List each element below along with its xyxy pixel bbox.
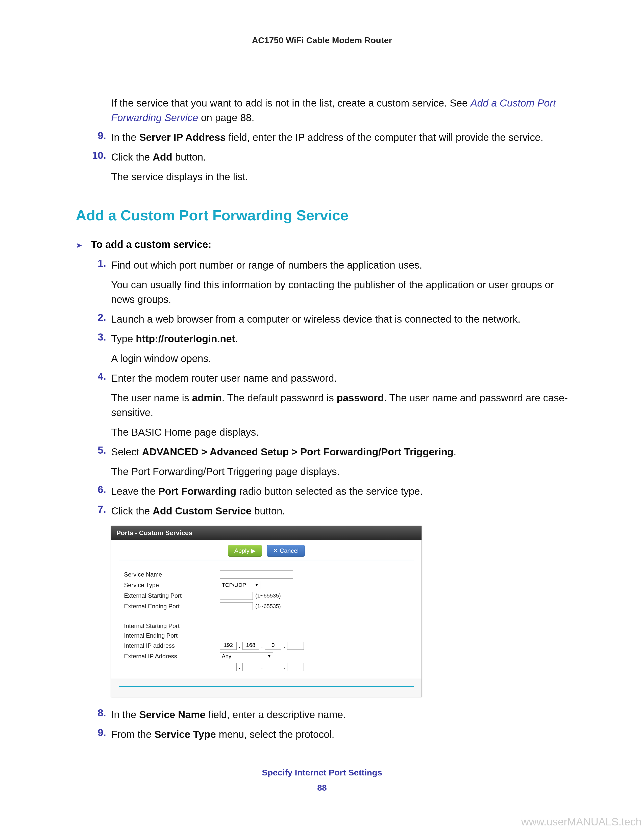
label-service-name: Service Name xyxy=(124,571,220,578)
service-name-input[interactable] xyxy=(220,571,293,579)
text: . The default password is xyxy=(222,392,336,404)
label-int-ip: Internal IP address xyxy=(124,642,220,649)
text: In the xyxy=(111,132,139,143)
select-value: Any xyxy=(222,653,231,659)
step-9b: 9. From the Service Type menu, select th… xyxy=(89,727,568,741)
row-int-end: Internal Ending Port xyxy=(124,632,409,639)
text: The user name is xyxy=(111,392,192,404)
panel-title: Ports - Custom Services xyxy=(111,526,422,540)
step-1: 1. Find out which port number or range o… xyxy=(89,258,568,272)
chevron-down-icon: ▼ xyxy=(267,654,271,659)
ip-octet-4[interactable] xyxy=(287,642,304,650)
step-body: Leave the Port Forwarding radio button s… xyxy=(111,484,568,499)
service-type-select[interactable]: TCP/UDP ▼ xyxy=(220,581,260,589)
dot: . xyxy=(260,663,264,671)
intro-paragraph: If the service that you want to add is n… xyxy=(111,96,568,125)
text: radio button selected as the service typ… xyxy=(237,486,423,497)
bold-text: Server IP Address xyxy=(139,132,225,143)
row-ext-start: External Starting Port (1~65535) xyxy=(124,592,409,600)
ext-ip-octet-1[interactable] xyxy=(220,663,237,671)
intro-post: on page 88. xyxy=(198,112,254,123)
label-ext-start: External Starting Port xyxy=(124,592,220,599)
dot: . xyxy=(238,642,242,649)
step-10: 10. Click the Add button. xyxy=(89,150,568,164)
step-body: Launch a web browser from a computer or … xyxy=(111,312,568,326)
step-7: 7. Click the Add Custom Service button. xyxy=(89,503,568,518)
label-ext-end: External Ending Port xyxy=(124,603,220,610)
text: Type xyxy=(111,333,136,344)
step-number: 8. xyxy=(89,707,111,722)
bold-text: http://routerlogin.net xyxy=(136,333,235,344)
step-9: 9. In the Server IP Address field, enter… xyxy=(89,130,568,145)
text: button. xyxy=(172,151,206,162)
step-8: 8. In the Service Name field, enter a de… xyxy=(89,707,568,722)
ip-octet-2[interactable]: 168 xyxy=(242,642,259,650)
bold-text: Add Custom Service xyxy=(153,505,251,516)
ext-ip-group: . . . xyxy=(220,663,304,671)
text: menu, select the protocol. xyxy=(216,729,334,740)
chevron-down-icon: ▼ xyxy=(254,583,259,587)
step-number: 9. xyxy=(89,130,111,145)
page-header-title: AC1750 WiFi Cable Modem Router xyxy=(76,35,568,45)
procedure-title: To add a custom service: xyxy=(91,239,211,250)
ext-end-input[interactable] xyxy=(220,602,253,610)
text: field, enter the IP address of the compu… xyxy=(226,132,544,143)
step-1-sub: You can usually find this information by… xyxy=(111,277,568,307)
step-body: Click the Add Custom Service button. xyxy=(111,503,568,518)
bold-text: password xyxy=(336,392,384,404)
panel-buttons: Apply ▶ ✕ Cancel xyxy=(111,540,422,560)
row-int-start: Internal Starting Port xyxy=(124,622,409,630)
step-10-sub: The service displays in the list. xyxy=(111,169,568,184)
step-body: In the Server IP Address field, enter th… xyxy=(111,130,568,145)
ports-custom-services-screenshot: Ports - Custom Services Apply ▶ ✕ Cancel… xyxy=(111,526,422,697)
footer-page-number: 88 xyxy=(0,783,644,793)
label-int-end: Internal Ending Port xyxy=(124,632,220,639)
step-number: 6. xyxy=(89,484,111,499)
text: Click the xyxy=(111,505,153,516)
step-body: Select ADVANCED > Advanced Setup > Port … xyxy=(111,444,568,459)
ext-ip-select[interactable]: Any ▼ xyxy=(220,652,273,660)
step-number: 10. xyxy=(89,150,111,164)
dot: . xyxy=(260,642,264,649)
ip-octet-3[interactable]: 0 xyxy=(265,642,281,650)
step-body: From the Service Type menu, select the p… xyxy=(111,727,568,741)
text: Click the xyxy=(111,151,153,162)
bold-text: ADVANCED > Advanced Setup > Port Forward… xyxy=(142,446,453,457)
text: button. xyxy=(251,505,285,516)
ext-ip-octet-4[interactable] xyxy=(287,663,304,671)
ext-ip-octet-2[interactable] xyxy=(242,663,259,671)
dot: . xyxy=(282,663,286,671)
ext-ip-octet-3[interactable] xyxy=(265,663,281,671)
section-heading: Add a Custom Port Forwarding Service xyxy=(76,207,568,224)
watermark: www.userMANUALS.tech xyxy=(521,816,641,828)
text: Leave the xyxy=(111,486,158,497)
label-ext-ip: External IP Address xyxy=(124,653,220,660)
step-number: 4. xyxy=(89,371,111,386)
cancel-button[interactable]: ✕ Cancel xyxy=(267,545,305,556)
step-number: 1. xyxy=(89,258,111,272)
ip-octet-1[interactable]: 192 xyxy=(220,642,237,650)
step-3: 3. Type http://routerlogin.net. xyxy=(89,331,568,346)
step-number: 9. xyxy=(89,727,111,741)
step-body: Enter the modem router user name and pas… xyxy=(111,371,568,386)
bold-text: Service Type xyxy=(154,729,216,740)
text: Select xyxy=(111,446,142,457)
ext-start-input[interactable] xyxy=(220,592,253,600)
step-number: 5. xyxy=(89,444,111,459)
row-service-type: Service Type TCP/UDP ▼ xyxy=(124,581,409,589)
step-body: In the Service Name field, enter a descr… xyxy=(111,707,568,722)
bold-text: Add xyxy=(153,151,172,162)
text: . xyxy=(235,333,238,344)
step-body: Click the Add button. xyxy=(111,150,568,164)
row-ext-ip: External IP Address Any ▼ xyxy=(124,652,409,660)
procedure-intro: ➤ To add a custom service: xyxy=(76,239,568,250)
apply-button[interactable]: Apply ▶ xyxy=(228,545,262,556)
select-value: TCP/UDP xyxy=(222,582,246,589)
dot: . xyxy=(238,663,242,671)
row-ext-ip-octets: . . . xyxy=(124,663,409,671)
step-4-sub-b: The BASIC Home page displays. xyxy=(111,425,568,439)
step-number: 7. xyxy=(89,503,111,518)
step-3-sub: A login window opens. xyxy=(111,351,568,366)
text: From the xyxy=(111,729,154,740)
text: . xyxy=(454,446,456,457)
